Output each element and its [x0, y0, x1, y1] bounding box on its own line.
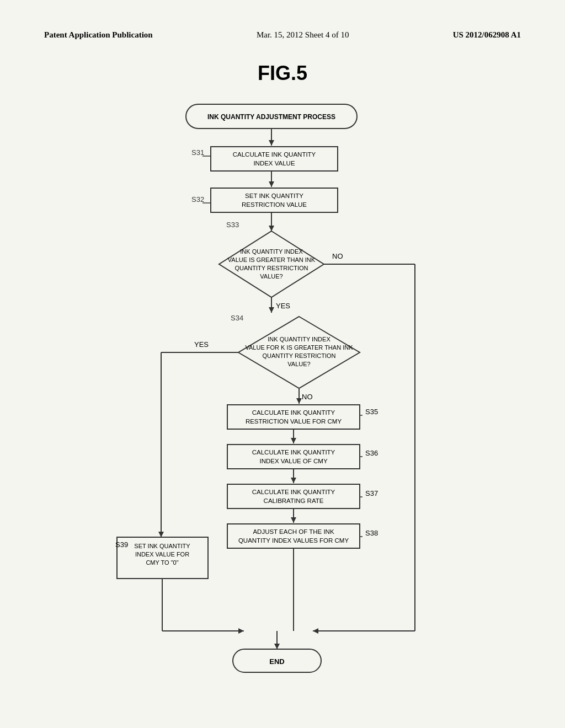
svg-text:S38: S38 [365, 529, 378, 537]
svg-text:VALUE FOR K IS GREATER THAN IN: VALUE FOR K IS GREATER THAN INK [246, 344, 354, 351]
svg-text:VALUE?: VALUE? [287, 361, 310, 367]
svg-text:VALUE IS GREATER THAN INK: VALUE IS GREATER THAN INK [228, 256, 316, 263]
svg-marker-66 [291, 478, 296, 483]
svg-text:INDEX VALUE OF CMY: INDEX VALUE OF CMY [259, 458, 327, 464]
svg-rect-6 [211, 147, 338, 171]
svg-text:INDEX VALUE FOR: INDEX VALUE FOR [135, 551, 189, 558]
svg-marker-3 [269, 140, 274, 146]
svg-marker-59 [291, 438, 296, 443]
header-center: Mar. 15, 2012 Sheet 4 of 10 [257, 30, 349, 40]
svg-text:END: END [269, 657, 284, 666]
figure-title: FIG.5 [0, 62, 565, 85]
svg-text:INDEX VALUE: INDEX VALUE [253, 160, 295, 167]
svg-text:YES: YES [194, 340, 209, 349]
svg-marker-52 [296, 398, 302, 404]
svg-text:NO: NO [332, 252, 343, 260]
svg-marker-28 [313, 628, 318, 634]
svg-text:CALCULATE INK QUANTITY: CALCULATE INK QUANTITY [252, 449, 335, 456]
svg-marker-17 [269, 226, 274, 231]
svg-marker-31 [269, 307, 274, 313]
svg-marker-10 [269, 181, 274, 187]
svg-text:SET INK QUANTITY: SET INK QUANTITY [245, 192, 303, 199]
svg-rect-55 [227, 405, 360, 429]
svg-text:INK QUANTITY ADJUSTMENT PROCES: INK QUANTITY ADJUSTMENT PROCESS [207, 113, 335, 121]
svg-text:VALUE?: VALUE? [260, 273, 282, 280]
svg-rect-69 [227, 484, 360, 508]
svg-text:INK QUANTITY INDEX: INK QUANTITY INDEX [240, 248, 303, 255]
svg-text:S37: S37 [365, 489, 378, 497]
svg-text:QUANTITY INDEX VALUES FOR CMY: QUANTITY INDEX VALUES FOR CMY [238, 537, 349, 544]
header-right: US 2012/062908 A1 [453, 30, 521, 40]
svg-text:S35: S35 [365, 408, 378, 416]
flowchart-svg: INK QUANTITY ADJUSTMENT PROCESS S31 CALC… [84, 101, 481, 686]
svg-rect-62 [227, 445, 360, 469]
svg-marker-19 [219, 231, 324, 297]
svg-text:CALCULATE INK QUANTITY: CALCULATE INK QUANTITY [233, 151, 316, 158]
svg-marker-73 [291, 517, 296, 523]
svg-text:QUANTITY RESTRICTION: QUANTITY RESTRICTION [234, 265, 308, 271]
svg-marker-41 [158, 532, 164, 537]
svg-text:S39: S39 [115, 540, 128, 549]
svg-text:CALIBRATING RATE: CALIBRATING RATE [264, 497, 324, 504]
header-left: Patent Application Publication [44, 30, 153, 40]
svg-text:ADJUST EACH OF THE INK: ADJUST EACH OF THE INK [253, 528, 334, 535]
svg-text:S33: S33 [226, 221, 239, 229]
svg-text:RESTRICTION VALUE: RESTRICTION VALUE [242, 201, 307, 208]
svg-text:YES: YES [276, 302, 290, 310]
svg-text:QUANTITY RESTRICTION: QUANTITY RESTRICTION [262, 352, 335, 359]
svg-text:INK QUANTITY INDEX: INK QUANTITY INDEX [268, 336, 331, 342]
svg-text:S32: S32 [191, 195, 204, 204]
svg-rect-13 [211, 188, 338, 212]
svg-text:CALCULATE INK QUANTITY: CALCULATE INK QUANTITY [252, 489, 335, 495]
svg-text:CALCULATE INK QUANTITY: CALCULATE INK QUANTITY [252, 409, 335, 416]
svg-marker-49 [238, 628, 244, 634]
svg-text:S36: S36 [365, 449, 378, 457]
page: Patent Application Publication Mar. 15, … [0, 0, 565, 728]
svg-text:S31: S31 [191, 148, 204, 157]
svg-text:NO: NO [302, 393, 313, 401]
svg-text:S34: S34 [231, 314, 243, 322]
svg-marker-82 [274, 644, 280, 649]
svg-rect-76 [227, 524, 360, 548]
header: Patent Application Publication Mar. 15, … [0, 0, 565, 51]
svg-text:RESTRICTION VALUE FOR CMY: RESTRICTION VALUE FOR CMY [246, 418, 342, 425]
svg-text:CMY TO "0": CMY TO "0" [146, 559, 178, 566]
svg-text:SET INK QUANTITY: SET INK QUANTITY [134, 543, 190, 549]
